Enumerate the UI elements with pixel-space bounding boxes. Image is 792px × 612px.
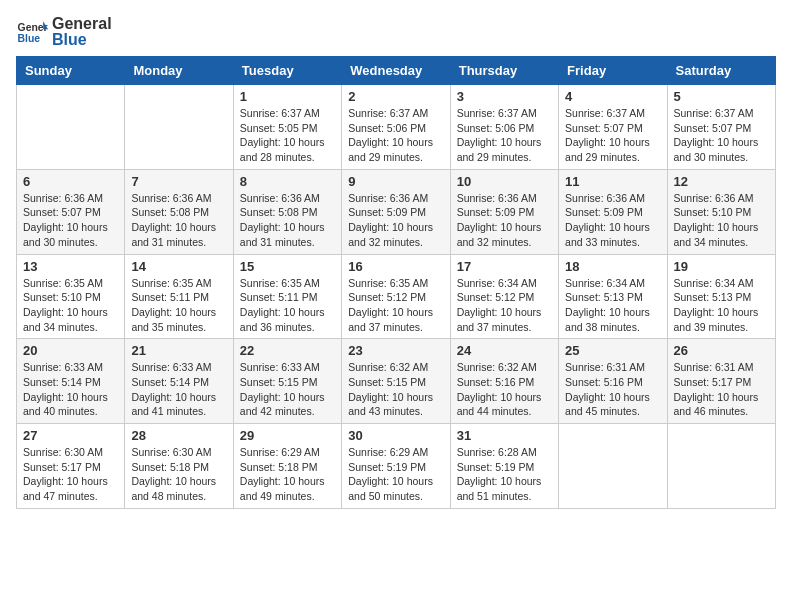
day-info: Sunrise: 6:30 AM Sunset: 5:18 PM Dayligh… xyxy=(131,445,226,504)
day-number: 4 xyxy=(565,89,660,104)
calendar-cell: 27Sunrise: 6:30 AM Sunset: 5:17 PM Dayli… xyxy=(17,424,125,509)
day-info: Sunrise: 6:31 AM Sunset: 5:16 PM Dayligh… xyxy=(565,360,660,419)
calendar-cell: 28Sunrise: 6:30 AM Sunset: 5:18 PM Dayli… xyxy=(125,424,233,509)
calendar-cell: 14Sunrise: 6:35 AM Sunset: 5:11 PM Dayli… xyxy=(125,254,233,339)
logo-general-text: General xyxy=(52,15,112,32)
day-info: Sunrise: 6:35 AM Sunset: 5:11 PM Dayligh… xyxy=(240,276,335,335)
calendar-cell: 2Sunrise: 6:37 AM Sunset: 5:06 PM Daylig… xyxy=(342,85,450,170)
calendar-cell: 24Sunrise: 6:32 AM Sunset: 5:16 PM Dayli… xyxy=(450,339,558,424)
day-number: 6 xyxy=(23,174,118,189)
day-info: Sunrise: 6:36 AM Sunset: 5:09 PM Dayligh… xyxy=(348,191,443,250)
day-of-week-header: Wednesday xyxy=(342,57,450,85)
day-number: 17 xyxy=(457,259,552,274)
logo-icon: General Blue xyxy=(16,18,48,46)
calendar-cell: 3Sunrise: 6:37 AM Sunset: 5:06 PM Daylig… xyxy=(450,85,558,170)
day-info: Sunrise: 6:29 AM Sunset: 5:18 PM Dayligh… xyxy=(240,445,335,504)
day-info: Sunrise: 6:37 AM Sunset: 5:07 PM Dayligh… xyxy=(674,106,769,165)
day-number: 26 xyxy=(674,343,769,358)
day-info: Sunrise: 6:33 AM Sunset: 5:14 PM Dayligh… xyxy=(131,360,226,419)
calendar-cell: 15Sunrise: 6:35 AM Sunset: 5:11 PM Dayli… xyxy=(233,254,341,339)
day-info: Sunrise: 6:33 AM Sunset: 5:14 PM Dayligh… xyxy=(23,360,118,419)
day-number: 13 xyxy=(23,259,118,274)
day-info: Sunrise: 6:34 AM Sunset: 5:13 PM Dayligh… xyxy=(565,276,660,335)
day-number: 25 xyxy=(565,343,660,358)
day-info: Sunrise: 6:34 AM Sunset: 5:12 PM Dayligh… xyxy=(457,276,552,335)
calendar-cell: 13Sunrise: 6:35 AM Sunset: 5:10 PM Dayli… xyxy=(17,254,125,339)
day-number: 28 xyxy=(131,428,226,443)
day-number: 11 xyxy=(565,174,660,189)
day-of-week-header: Saturday xyxy=(667,57,775,85)
day-info: Sunrise: 6:37 AM Sunset: 5:07 PM Dayligh… xyxy=(565,106,660,165)
day-number: 21 xyxy=(131,343,226,358)
calendar-cell: 26Sunrise: 6:31 AM Sunset: 5:17 PM Dayli… xyxy=(667,339,775,424)
calendar-cell: 21Sunrise: 6:33 AM Sunset: 5:14 PM Dayli… xyxy=(125,339,233,424)
calendar-cell: 19Sunrise: 6:34 AM Sunset: 5:13 PM Dayli… xyxy=(667,254,775,339)
day-info: Sunrise: 6:36 AM Sunset: 5:09 PM Dayligh… xyxy=(565,191,660,250)
calendar-cell: 6Sunrise: 6:36 AM Sunset: 5:07 PM Daylig… xyxy=(17,169,125,254)
calendar-cell: 31Sunrise: 6:28 AM Sunset: 5:19 PM Dayli… xyxy=(450,424,558,509)
logo: General Blue General Blue xyxy=(16,16,112,48)
calendar-cell: 11Sunrise: 6:36 AM Sunset: 5:09 PM Dayli… xyxy=(559,169,667,254)
calendar-week-row: 6Sunrise: 6:36 AM Sunset: 5:07 PM Daylig… xyxy=(17,169,776,254)
day-info: Sunrise: 6:36 AM Sunset: 5:09 PM Dayligh… xyxy=(457,191,552,250)
day-number: 2 xyxy=(348,89,443,104)
day-number: 23 xyxy=(348,343,443,358)
calendar-table: SundayMondayTuesdayWednesdayThursdayFrid… xyxy=(16,56,776,509)
calendar-cell: 18Sunrise: 6:34 AM Sunset: 5:13 PM Dayli… xyxy=(559,254,667,339)
calendar-cell xyxy=(559,424,667,509)
day-number: 19 xyxy=(674,259,769,274)
calendar-week-row: 13Sunrise: 6:35 AM Sunset: 5:10 PM Dayli… xyxy=(17,254,776,339)
day-info: Sunrise: 6:32 AM Sunset: 5:16 PM Dayligh… xyxy=(457,360,552,419)
day-number: 14 xyxy=(131,259,226,274)
calendar-cell: 10Sunrise: 6:36 AM Sunset: 5:09 PM Dayli… xyxy=(450,169,558,254)
day-number: 8 xyxy=(240,174,335,189)
day-number: 31 xyxy=(457,428,552,443)
day-info: Sunrise: 6:33 AM Sunset: 5:15 PM Dayligh… xyxy=(240,360,335,419)
day-info: Sunrise: 6:30 AM Sunset: 5:17 PM Dayligh… xyxy=(23,445,118,504)
day-info: Sunrise: 6:35 AM Sunset: 5:12 PM Dayligh… xyxy=(348,276,443,335)
calendar-cell: 12Sunrise: 6:36 AM Sunset: 5:10 PM Dayli… xyxy=(667,169,775,254)
day-info: Sunrise: 6:37 AM Sunset: 5:06 PM Dayligh… xyxy=(348,106,443,165)
calendar-week-row: 27Sunrise: 6:30 AM Sunset: 5:17 PM Dayli… xyxy=(17,424,776,509)
day-number: 12 xyxy=(674,174,769,189)
day-number: 5 xyxy=(674,89,769,104)
day-info: Sunrise: 6:36 AM Sunset: 5:07 PM Dayligh… xyxy=(23,191,118,250)
calendar-cell: 23Sunrise: 6:32 AM Sunset: 5:15 PM Dayli… xyxy=(342,339,450,424)
calendar-cell xyxy=(125,85,233,170)
day-info: Sunrise: 6:34 AM Sunset: 5:13 PM Dayligh… xyxy=(674,276,769,335)
day-number: 7 xyxy=(131,174,226,189)
calendar-week-row: 20Sunrise: 6:33 AM Sunset: 5:14 PM Dayli… xyxy=(17,339,776,424)
day-number: 1 xyxy=(240,89,335,104)
calendar-cell: 7Sunrise: 6:36 AM Sunset: 5:08 PM Daylig… xyxy=(125,169,233,254)
day-info: Sunrise: 6:29 AM Sunset: 5:19 PM Dayligh… xyxy=(348,445,443,504)
day-info: Sunrise: 6:31 AM Sunset: 5:17 PM Dayligh… xyxy=(674,360,769,419)
calendar-cell: 22Sunrise: 6:33 AM Sunset: 5:15 PM Dayli… xyxy=(233,339,341,424)
day-number: 20 xyxy=(23,343,118,358)
day-info: Sunrise: 6:36 AM Sunset: 5:10 PM Dayligh… xyxy=(674,191,769,250)
day-info: Sunrise: 6:35 AM Sunset: 5:11 PM Dayligh… xyxy=(131,276,226,335)
day-of-week-header: Tuesday xyxy=(233,57,341,85)
day-info: Sunrise: 6:35 AM Sunset: 5:10 PM Dayligh… xyxy=(23,276,118,335)
calendar-cell: 30Sunrise: 6:29 AM Sunset: 5:19 PM Dayli… xyxy=(342,424,450,509)
calendar-week-row: 1Sunrise: 6:37 AM Sunset: 5:05 PM Daylig… xyxy=(17,85,776,170)
calendar-cell: 9Sunrise: 6:36 AM Sunset: 5:09 PM Daylig… xyxy=(342,169,450,254)
calendar-cell: 4Sunrise: 6:37 AM Sunset: 5:07 PM Daylig… xyxy=(559,85,667,170)
day-number: 24 xyxy=(457,343,552,358)
day-number: 18 xyxy=(565,259,660,274)
calendar-header-row: SundayMondayTuesdayWednesdayThursdayFrid… xyxy=(17,57,776,85)
day-number: 27 xyxy=(23,428,118,443)
day-number: 10 xyxy=(457,174,552,189)
calendar-cell: 20Sunrise: 6:33 AM Sunset: 5:14 PM Dayli… xyxy=(17,339,125,424)
day-number: 3 xyxy=(457,89,552,104)
day-number: 22 xyxy=(240,343,335,358)
calendar-cell xyxy=(17,85,125,170)
calendar-cell: 8Sunrise: 6:36 AM Sunset: 5:08 PM Daylig… xyxy=(233,169,341,254)
logo-blue-text: Blue xyxy=(52,31,87,48)
day-number: 9 xyxy=(348,174,443,189)
day-of-week-header: Friday xyxy=(559,57,667,85)
calendar-cell: 25Sunrise: 6:31 AM Sunset: 5:16 PM Dayli… xyxy=(559,339,667,424)
day-info: Sunrise: 6:36 AM Sunset: 5:08 PM Dayligh… xyxy=(240,191,335,250)
day-info: Sunrise: 6:36 AM Sunset: 5:08 PM Dayligh… xyxy=(131,191,226,250)
day-info: Sunrise: 6:37 AM Sunset: 5:06 PM Dayligh… xyxy=(457,106,552,165)
svg-text:Blue: Blue xyxy=(18,33,41,44)
